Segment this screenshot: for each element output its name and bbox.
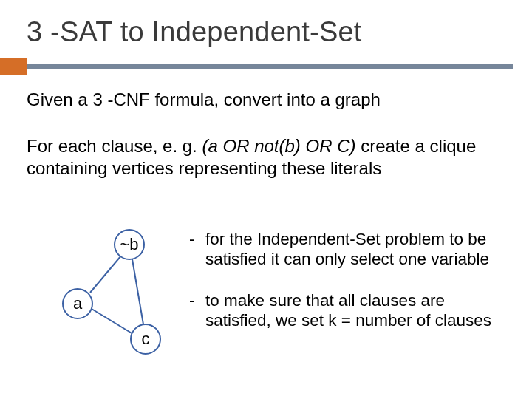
clique-graph: ~b a c	[27, 229, 189, 384]
note-1-text: for the Independent-Set problem to be sa…	[205, 229, 510, 270]
paragraph-2-italic: (a OR not(b) OR C)	[202, 136, 355, 156]
note-item-2: - to make sure that all clauses are sati…	[189, 290, 510, 331]
graph-node-not-b: ~b	[114, 229, 145, 260]
paragraph-1: Given a 3 -CNF formula, convert into a g…	[27, 89, 510, 110]
graph-edges	[27, 229, 189, 384]
dash-icon: -	[189, 229, 205, 270]
body-text: Given a 3 -CNF formula, convert into a g…	[27, 89, 510, 179]
lower-area: ~b a c - for the Independent-Set problem…	[27, 229, 510, 384]
note-item-1: - for the Independent-Set problem to be …	[189, 229, 510, 270]
slide-title: 3 -SAT to Independent-Set	[27, 16, 362, 48]
title-divider	[27, 64, 513, 69]
paragraph-2: For each clause, e. g. (a OR not(b) OR C…	[27, 135, 510, 179]
paragraph-2-pre: For each clause, e. g.	[27, 136, 202, 156]
graph-node-c: c	[130, 324, 161, 355]
svg-line-2	[92, 309, 133, 334]
svg-line-1	[132, 259, 143, 324]
dash-icon: -	[189, 290, 205, 331]
notes-list: - for the Independent-Set problem to be …	[189, 229, 510, 384]
accent-block	[0, 58, 27, 75]
graph-node-a: a	[62, 288, 93, 319]
note-2-text: to make sure that all clauses are satisf…	[205, 290, 510, 331]
svg-line-0	[90, 256, 121, 293]
slide: 3 -SAT to Independent-Set Given a 3 -CNF…	[0, 0, 532, 399]
